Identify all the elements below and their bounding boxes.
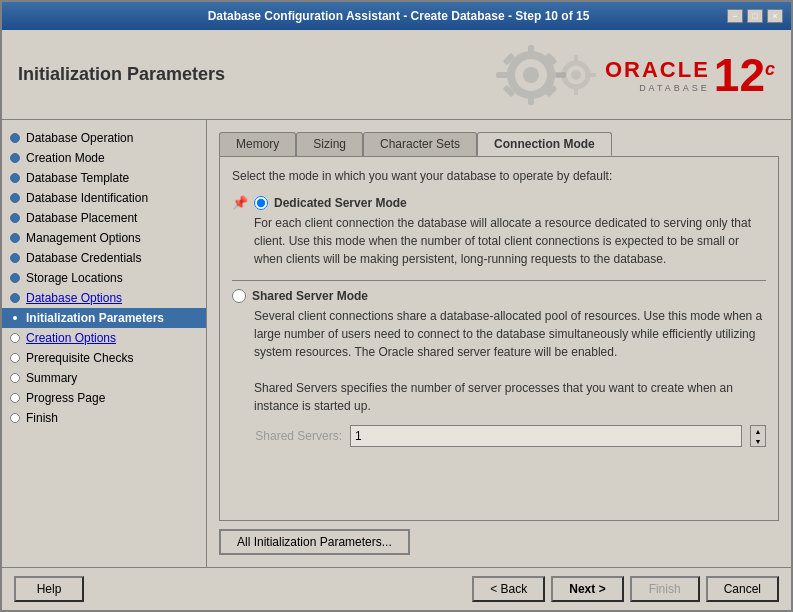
- title-bar: Database Configuration Assistant - Creat…: [2, 2, 791, 30]
- spinner-down-button[interactable]: ▼: [751, 436, 765, 446]
- tab-connection-mode[interactable]: Connection Mode: [477, 132, 612, 156]
- oracle-name: ORACLE: [605, 57, 710, 83]
- cancel-button[interactable]: Cancel: [706, 576, 779, 602]
- header-area: Initialization Parameters: [2, 30, 791, 120]
- content-panel: Select the mode in which you want your d…: [219, 156, 779, 521]
- small-gear-icon: [551, 50, 601, 100]
- minimize-button[interactable]: −: [727, 9, 743, 23]
- svg-rect-13: [574, 87, 578, 95]
- pin-icon: 📌: [232, 195, 248, 210]
- shared-server-input[interactable]: [350, 425, 742, 447]
- dedicated-server-radio-row: 📌 Dedicated Server Mode: [232, 195, 766, 210]
- dedicated-server-description: For each client connection the database …: [254, 214, 766, 268]
- tab-character-sets[interactable]: Character Sets: [363, 132, 477, 156]
- sidebar-item-database-options[interactable]: Database Options: [2, 288, 206, 308]
- svg-rect-12: [574, 55, 578, 63]
- shared-server-spinner[interactable]: ▲ ▼: [750, 425, 766, 447]
- sidebar-indicator-initialization-parameters: [10, 313, 20, 323]
- sidebar-item-progress-page: Progress Page: [2, 388, 206, 408]
- footer-buttons: Help < Back Next > Finish Cancel: [2, 567, 791, 610]
- sidebar-indicator-creation-mode: [10, 153, 20, 163]
- dedicated-server-label[interactable]: Dedicated Server Mode: [274, 196, 407, 210]
- dedicated-server-radio[interactable]: [254, 196, 268, 210]
- sidebar-indicator-database-operation: [10, 133, 20, 143]
- back-button[interactable]: < Back: [472, 576, 545, 602]
- panel-description: Select the mode in which you want your d…: [232, 169, 766, 183]
- shared-server-input-row: Shared Servers: ▲ ▼: [232, 425, 766, 447]
- shared-server-label[interactable]: Shared Server Mode: [252, 289, 368, 303]
- sidebar-indicator-storage-locations: [10, 273, 20, 283]
- sidebar-item-initialization-parameters: Initialization Parameters: [2, 308, 206, 328]
- next-button[interactable]: Next >: [551, 576, 623, 602]
- oracle-version-sup: c: [765, 58, 775, 78]
- sidebar-indicator-prerequisite-checks: [10, 353, 20, 363]
- tab-memory[interactable]: Memory: [219, 132, 296, 156]
- svg-rect-3: [528, 93, 534, 105]
- window-title: Database Configuration Assistant - Creat…: [70, 9, 727, 23]
- finish-button[interactable]: Finish: [630, 576, 700, 602]
- mode-divider: [232, 280, 766, 281]
- shared-server-field-label: Shared Servers:: [232, 429, 342, 443]
- shared-server-option: Shared Server Mode Several client connec…: [232, 289, 766, 447]
- sidebar-indicator-database-options: [10, 293, 20, 303]
- nav-button-group: < Back Next > Finish Cancel: [472, 576, 779, 602]
- sidebar-item-database-placement: Database Placement: [2, 208, 206, 228]
- sidebar-indicator-database-placement: [10, 213, 20, 223]
- sidebar-indicator-creation-options: [10, 333, 20, 343]
- sidebar-indicator-database-credentials: [10, 253, 20, 263]
- sidebar-indicator-database-template: [10, 173, 20, 183]
- sidebar-item-storage-locations: Storage Locations: [2, 268, 206, 288]
- restore-button[interactable]: □: [747, 9, 763, 23]
- dedicated-server-option: 📌 Dedicated Server Mode For each client …: [232, 195, 766, 268]
- sidebar-indicator-management-options: [10, 233, 20, 243]
- shared-server-description: Several client connections share a datab…: [254, 307, 766, 415]
- main-content: Database Operation Creation Mode Databas…: [2, 120, 791, 567]
- svg-point-11: [571, 70, 581, 80]
- sidebar-item-finish: Finish: [2, 408, 206, 428]
- oracle-db-label: DATABASE: [639, 83, 710, 93]
- sidebar-item-database-identification: Database Identification: [2, 188, 206, 208]
- svg-rect-14: [556, 73, 564, 77]
- all-params-button[interactable]: All Initialization Parameters...: [219, 529, 410, 555]
- svg-rect-2: [528, 45, 534, 57]
- shared-server-radio-row: Shared Server Mode: [232, 289, 766, 303]
- main-window: Database Configuration Assistant - Creat…: [0, 0, 793, 612]
- close-button[interactable]: ×: [767, 9, 783, 23]
- content-area: Memory Sizing Character Sets Connection …: [207, 120, 791, 567]
- sidebar-item-creation-options[interactable]: Creation Options: [2, 328, 206, 348]
- sidebar-item-management-options: Management Options: [2, 228, 206, 248]
- sidebar-item-summary: Summary: [2, 368, 206, 388]
- tab-sizing[interactable]: Sizing: [296, 132, 363, 156]
- sidebar-item-database-credentials: Database Credentials: [2, 248, 206, 268]
- svg-rect-15: [588, 73, 596, 77]
- sidebar-items: Database Operation Creation Mode Databas…: [2, 128, 206, 428]
- shared-server-radio[interactable]: [232, 289, 246, 303]
- sidebar: Database Operation Creation Mode Databas…: [2, 120, 207, 567]
- help-button[interactable]: Help: [14, 576, 84, 602]
- oracle-version: 12c: [714, 52, 775, 98]
- page-title: Initialization Parameters: [18, 64, 225, 85]
- svg-rect-4: [496, 72, 508, 78]
- sidebar-item-prerequisite-checks: Prerequisite Checks: [2, 348, 206, 368]
- svg-point-1: [523, 67, 539, 83]
- gear-decoration: [491, 40, 601, 110]
- tab-bar: Memory Sizing Character Sets Connection …: [219, 132, 779, 156]
- sidebar-indicator-summary: [10, 373, 20, 383]
- sidebar-indicator-database-identification: [10, 193, 20, 203]
- spinner-up-button[interactable]: ▲: [751, 426, 765, 436]
- oracle-branding: ORACLE DATABASE: [605, 57, 710, 93]
- window-controls: − □ ×: [727, 9, 783, 23]
- sidebar-indicator-finish: [10, 413, 20, 423]
- sidebar-item-creation-mode: Creation Mode: [2, 148, 206, 168]
- sidebar-indicator-progress-page: [10, 393, 20, 403]
- all-params-row: All Initialization Parameters...: [219, 521, 779, 555]
- oracle-logo-area: ORACLE DATABASE 12c: [491, 40, 775, 110]
- sidebar-item-database-template: Database Template: [2, 168, 206, 188]
- sidebar-item-database-operation: Database Operation: [2, 128, 206, 148]
